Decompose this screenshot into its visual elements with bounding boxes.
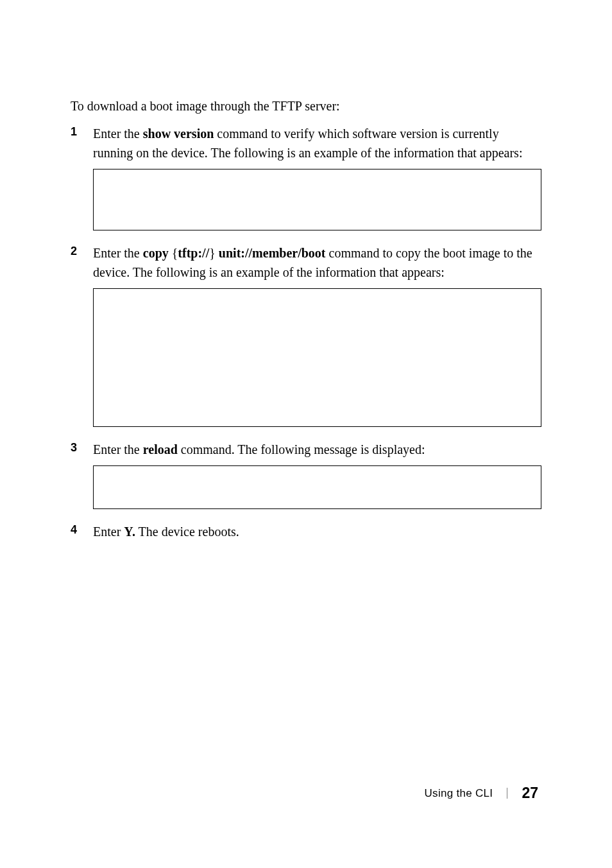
step-1-text: Enter the show version command to verify… [93, 124, 541, 162]
step-3-number: 3 [71, 441, 77, 455]
intro-text: To download a boot image through the TFT… [71, 96, 541, 116]
step-4: 4 Enter Y. The device reboots. [93, 522, 541, 541]
step-4-text: Enter Y. The device reboots. [93, 522, 541, 541]
footer-section-title: Using the CLI [425, 787, 493, 800]
page-footer: Using the CLI 27 [425, 785, 539, 802]
step-4-number: 4 [71, 523, 77, 537]
footer-divider [507, 788, 507, 799]
step-2-brace1: { [172, 246, 178, 260]
step-1-command: show version [143, 126, 214, 141]
step-2: 2 Enter the copy {tftp://} unit://member… [93, 243, 541, 427]
step-1-prefix: Enter the [93, 126, 143, 141]
step-2-code-box [93, 288, 541, 427]
step-2-inner: tftp:// [178, 246, 209, 260]
footer-page-number: 27 [522, 785, 538, 802]
step-1-number: 1 [71, 125, 77, 139]
step-1: 1 Enter the show version command to veri… [93, 124, 541, 230]
step-list: 1 Enter the show version command to veri… [71, 124, 541, 541]
step-1-code-box [93, 169, 541, 230]
step-2-text: Enter the copy {tftp://} unit://member/b… [93, 243, 541, 282]
step-2-prefix: Enter the [93, 246, 143, 260]
step-3-prefix: Enter the [93, 442, 143, 456]
step-2-italic: member/boot [252, 246, 325, 260]
step-4-command: Y. [124, 525, 135, 539]
step-2-number: 2 [71, 245, 77, 258]
step-2-brace2: } [209, 246, 216, 260]
step-3-code-box [93, 465, 541, 509]
step-3: 3 Enter the reload command. The followin… [93, 440, 541, 509]
step-4-prefix: Enter [93, 525, 124, 539]
step-3-mid: command. The following message is displa… [178, 442, 425, 456]
step-2-cmd1: copy [143, 246, 172, 260]
step-2-cmd2: unit:// [216, 246, 252, 260]
step-3-command: reload [143, 442, 178, 456]
step-3-text: Enter the reload command. The following … [93, 440, 541, 459]
step-4-mid: The device reboots. [135, 525, 239, 539]
